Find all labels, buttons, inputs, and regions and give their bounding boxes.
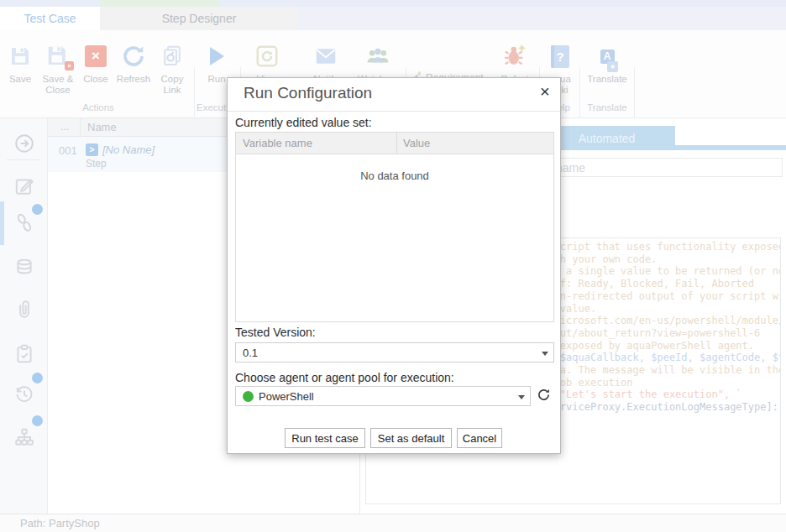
status-bar: Path: PartyShop — [0, 514, 786, 532]
refresh-label: Refresh — [114, 74, 153, 85]
sidebar-divider — [7, 159, 40, 160]
group-label-translate: Translate — [583, 102, 631, 112]
translate-icon: A★ — [595, 40, 620, 72]
column-more: ... — [60, 121, 69, 133]
database-icon — [13, 267, 35, 281]
edit-pencil-icon — [13, 185, 35, 200]
close-label: Close — [79, 74, 113, 85]
watchers-icon — [353, 40, 403, 72]
dialog-title-divider — [228, 111, 560, 112]
chevron-down-icon — [542, 352, 548, 356]
refresh-icon — [114, 40, 153, 72]
paperclip-icon — [13, 309, 35, 323]
app-window: Test Case Step Designer Save × Save & Cl… — [0, 0, 786, 532]
powershell-step-icon: > — [86, 143, 98, 156]
tab-step-designer[interactable]: Step Designer — [100, 7, 298, 30]
history-notification-dot — [32, 373, 43, 383]
sidebar-item-review[interactable] — [13, 343, 35, 365]
save-button[interactable]: Save — [3, 40, 37, 85]
close-icon: × — [79, 40, 113, 72]
translate-button[interactable]: A★ Translate — [583, 40, 631, 85]
value-set-label: Currently edited value set: — [235, 116, 372, 129]
sidebar-item-edit[interactable] — [13, 175, 35, 197]
set-as-default-button[interactable]: Set as default — [370, 428, 452, 448]
notify-icon — [304, 40, 348, 72]
save-and-close-icon: × — [39, 40, 77, 72]
table-empty-message: No data found — [236, 170, 553, 182]
sidebar-item-steps[interactable] — [13, 211, 35, 233]
arrow-circle-right-icon — [13, 143, 35, 157]
agent-status-dot — [243, 391, 254, 402]
column-value: Value — [403, 137, 430, 149]
history-clock-icon — [13, 394, 35, 408]
save-and-close-label: Save & Close — [39, 74, 77, 96]
sidebar-active-indicator — [0, 201, 4, 245]
save-icon — [3, 40, 37, 72]
collapse-panel-button[interactable] — [13, 133, 35, 154]
run-test-case-button[interactable]: Run test case — [285, 428, 365, 448]
sidebar-item-test-data[interactable] — [13, 257, 35, 279]
top-strip-green-segment — [100, 0, 219, 7]
aqua-wiki-icon: ? — [542, 40, 578, 72]
dependencies-notification-dot — [32, 415, 43, 426]
steps-notification-dot — [32, 204, 43, 215]
value-set-table: Variable name Value No data found — [235, 132, 554, 322]
clipboard-check-icon — [13, 353, 35, 368]
column-name: Name — [87, 121, 117, 133]
step-name: [No Name] — [102, 143, 155, 156]
tested-version-label: Tested Version: — [235, 326, 316, 339]
close-button[interactable]: × Close — [79, 40, 113, 85]
sidebar-item-dependencies[interactable] — [13, 426, 35, 448]
tab-automated-label: Automated — [579, 132, 636, 145]
copy-link-button[interactable]: Copy Link — [155, 40, 190, 96]
agent-value: PowerShell — [259, 390, 314, 403]
dialog-title: Run Configuration — [244, 84, 372, 102]
copy-link-icon — [155, 40, 190, 72]
chevron-down-icon — [518, 395, 525, 399]
agent-select[interactable]: PowerShell — [235, 386, 531, 406]
cancel-button[interactable]: Cancel — [457, 428, 502, 448]
tested-version-value: 0.1 — [243, 347, 258, 359]
column-variable-name: Variable name — [243, 137, 312, 149]
status-path: Path: PartyShop — [20, 517, 100, 529]
refresh-icon — [537, 390, 551, 404]
tab-step-designer-label: Step Designer — [162, 12, 237, 25]
sidebar-item-history[interactable] — [13, 383, 35, 405]
tab-test-case-label: Test Case — [24, 12, 76, 25]
defect-icon — [494, 40, 536, 72]
tab-test-case[interactable]: Test Case — [0, 7, 100, 30]
run-icon — [196, 40, 237, 72]
group-label-actions: Actions — [3, 102, 193, 112]
dialog-close-icon[interactable]: × — [540, 82, 550, 102]
step-type: Step — [86, 158, 107, 170]
agent-refresh-button[interactable] — [537, 388, 551, 405]
agent-label: Choose agent or agent pool for execution… — [235, 371, 454, 384]
table-column-divider — [396, 133, 397, 154]
footsteps-icon — [13, 222, 35, 236]
tested-version-select[interactable]: 0.1 — [235, 342, 554, 362]
hierarchy-icon — [13, 436, 35, 451]
run-configuration-dialog: Run Configuration × Currently edited val… — [227, 77, 561, 454]
value-set-table-header: Variable name Value — [236, 133, 553, 154]
translate-label: Translate — [583, 74, 631, 85]
step-number: 001 — [59, 144, 77, 157]
copy-link-label: Copy Link — [155, 74, 190, 96]
save-and-close-button[interactable]: × Save & Close — [39, 40, 77, 96]
save-label: Save — [3, 74, 37, 85]
view-icon — [245, 40, 289, 72]
sidebar-item-attachments[interactable] — [13, 299, 35, 321]
refresh-button[interactable]: Refresh — [114, 40, 153, 85]
